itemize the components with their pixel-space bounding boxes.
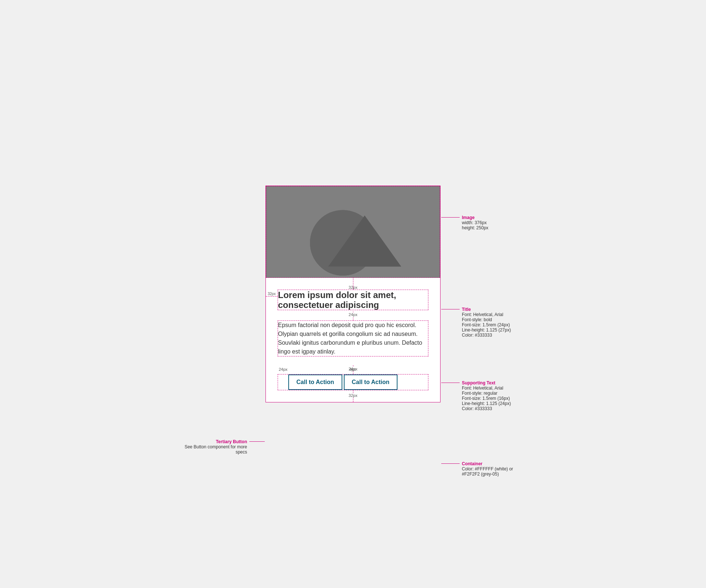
- container-annotation: Container Color: #FFFFFF (white) or #F2F…: [441, 461, 513, 477]
- card: 32px 32px Lorem ipsum dolor sit amet, co…: [265, 186, 441, 402]
- cta-button-2[interactable]: Call to Action: [344, 374, 398, 390]
- title-annotation: Title Font: Helvetical, Arial Font-style…: [441, 307, 511, 338]
- body-annotation: Supporting Text Font: Helvetical, Arial …: [441, 380, 511, 411]
- title-annotation-title: Title: [462, 307, 511, 312]
- image-annotation-line: [441, 217, 460, 218]
- left-spacing-line: [266, 296, 278, 297]
- title-font: Font: Helvetical, Arial: [462, 312, 511, 317]
- body-size: Font-size: 1.5rem (16px): [462, 396, 511, 401]
- main-container: 32px 32px Lorem ipsum dolor sit amet, co…: [265, 186, 441, 402]
- container-color2: #F2F2F2 (grey-05): [462, 472, 513, 477]
- body-annotation-text: Supporting Text Font: Helvetical, Arial …: [462, 380, 511, 411]
- tertiary-button-annotation-line: [249, 441, 265, 442]
- tertiary-button-annotation-sub: See Button component for more specs: [184, 444, 247, 455]
- container-annotation-line: [441, 463, 460, 464]
- tertiary-button-annotation-title: Tertiary Button: [184, 439, 247, 444]
- bottom-spacing: 32px: [278, 390, 428, 402]
- btn-gap-label: 4px: [349, 367, 356, 372]
- container-color1: Color: #FFFFFF (white) or: [462, 466, 513, 472]
- body-font: Font: Helvetical, Arial: [462, 386, 511, 391]
- body-annotation-line: [441, 383, 460, 383]
- left-spacing-label: 32px: [268, 292, 276, 296]
- title-line-height: Line-height: 1.125 (27px): [462, 327, 511, 333]
- body-annotation-title: Supporting Text: [462, 380, 511, 386]
- bottom-spacing-label: 32px: [348, 393, 358, 398]
- image-width-label: width: 376px: [462, 220, 488, 225]
- title-wrapper: Lorem ipsum dolor sit amet, consectetuer…: [278, 290, 428, 310]
- body-style: Font-style: regular: [462, 391, 511, 396]
- title-annotation-line: [441, 309, 460, 309]
- body-line-height: Line-height: 1.125 (24px): [462, 401, 511, 406]
- title-size: Font-size: 1.5rem (24px): [462, 322, 511, 327]
- card-image: 32px: [266, 186, 440, 278]
- buttons-wrapper: 24px 4px Call to Action Call to Action: [278, 374, 428, 390]
- title-annotation-text: Title Font: Helvetical, Arial Font-style…: [462, 307, 511, 338]
- title-style: Font-style: bold: [462, 317, 511, 322]
- card-title: Lorem ipsum dolor sit amet, consectetuer…: [278, 290, 428, 310]
- tertiary-button-annotation-text: Tertiary Button See Button component for…: [184, 439, 247, 455]
- title-body-spacing: 24px: [278, 312, 428, 319]
- body-color: Color: #333333: [462, 406, 511, 411]
- cta-button-1[interactable]: Call to Action: [288, 374, 342, 390]
- container-annotation-text: Container Color: #FFFFFF (white) or #F2F…: [462, 461, 513, 477]
- image-annotation: Image width: 376px height: 250px: [441, 215, 488, 230]
- card-body: Epsum factorial non deposit quid pro quo…: [278, 321, 428, 356]
- title-body-label: 24px: [348, 312, 358, 317]
- title-color: Color: #333333: [462, 333, 511, 338]
- image-annotation-title: Image: [462, 215, 488, 220]
- image-height-label: height: 250px: [462, 225, 488, 230]
- card-content: 32px Lorem ipsum dolor sit amet, consect…: [266, 278, 440, 402]
- image-annotation-text: Image width: 376px height: 250px: [462, 215, 488, 230]
- btn-left-spacing-label: 24px: [279, 367, 288, 372]
- container-annotation-title: Container: [462, 461, 513, 466]
- tertiary-button-annotation: Tertiary Button See Button component for…: [184, 439, 265, 455]
- body-wrapper: Epsum factorial non deposit quid pro quo…: [278, 320, 428, 356]
